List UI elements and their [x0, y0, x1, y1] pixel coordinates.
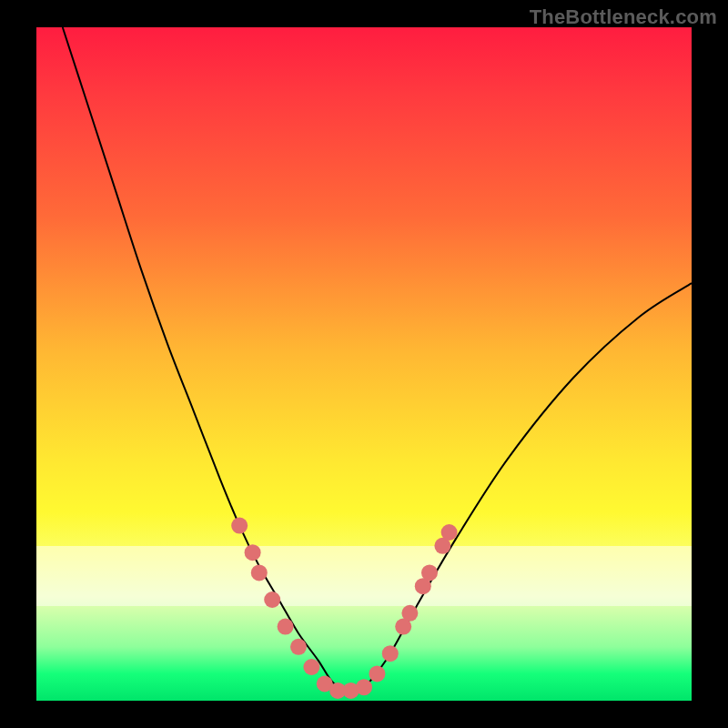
plot-area	[36, 27, 692, 701]
chart-frame: TheBottleneck.com	[0, 0, 728, 728]
data-dot	[231, 518, 248, 534]
data-dot	[441, 524, 458, 541]
data-dot	[421, 564, 438, 581]
data-dot	[356, 679, 372, 695]
data-dot	[264, 592, 280, 608]
data-dot	[245, 544, 261, 561]
data-dot	[278, 619, 294, 635]
data-dot	[290, 639, 307, 655]
data-dot	[401, 605, 418, 622]
chart-overlay	[36, 27, 692, 701]
data-dot	[369, 665, 385, 682]
watermark-text: TheBottleneck.com	[530, 5, 717, 29]
dots-group	[231, 518, 457, 699]
data-dot	[303, 659, 319, 675]
data-dot	[382, 645, 399, 662]
bottleneck-curve	[63, 27, 692, 692]
data-dot	[251, 564, 268, 581]
